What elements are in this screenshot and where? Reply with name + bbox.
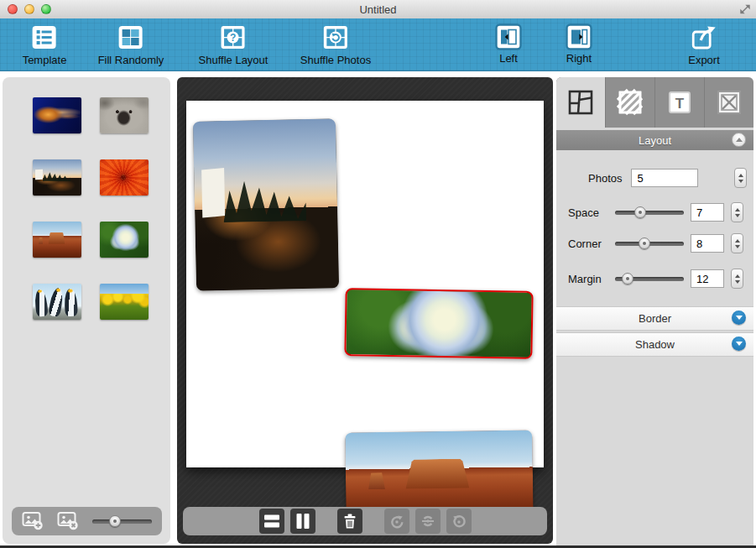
rotate-cw-button[interactable] [446, 509, 472, 534]
flip-icon [418, 511, 438, 531]
corner-stepper[interactable] [731, 233, 743, 253]
library-toolbar [12, 507, 162, 535]
background-tab-icon [616, 88, 644, 117]
trash-icon [341, 512, 359, 530]
split-horizontal-button[interactable] [259, 509, 284, 534]
shuffle-layout-icon: ? [218, 23, 248, 53]
photo-library-panel [3, 77, 170, 544]
rotate-ccw-icon [387, 511, 407, 531]
space-value-field[interactable] [691, 203, 724, 222]
corner-slider-knob[interactable] [639, 237, 650, 249]
template-button[interactable]: Template [23, 23, 67, 66]
clear-tab-icon [715, 88, 743, 117]
space-slider-track[interactable] [615, 211, 684, 215]
shadow-section-header[interactable]: Shadow [556, 332, 753, 357]
photo-library-grid [3, 77, 170, 320]
margin-slider-knob[interactable] [622, 273, 633, 284]
collage-canvas [177, 77, 553, 544]
corner-row: Corner [568, 233, 747, 253]
title-bar[interactable]: Untitled [0, 0, 756, 19]
template-icon [29, 23, 60, 53]
shuffle-photos-button[interactable]: Shuffle Photos [300, 23, 371, 66]
photos-label: Photos [588, 172, 622, 185]
inspector-panel: T Layout Photos [556, 77, 753, 546]
shuffle-layout-button[interactable]: ? Shuffle Layout [199, 23, 269, 66]
fill-randomly-label: Fill Randomly [98, 54, 164, 66]
border-section-header[interactable]: Border [556, 306, 753, 331]
space-label: Space [568, 206, 608, 219]
export-button[interactable]: Export [688, 23, 720, 66]
split-horizontal-icon [263, 512, 281, 530]
delete-photo-button[interactable] [337, 509, 362, 534]
right-panel-icon [565, 23, 593, 51]
shuffle-photos-label: Shuffle Photos [300, 54, 371, 66]
text-tab-icon: T [665, 88, 694, 117]
shadow-section-title: Shadow [635, 338, 675, 351]
remove-photo-icon[interactable] [57, 511, 79, 531]
fill-randomly-button[interactable]: Fill Randomly [98, 23, 164, 66]
expand-icon[interactable] [732, 311, 746, 325]
photos-count-stepper[interactable] [734, 168, 747, 188]
expand-icon[interactable] [732, 337, 746, 351]
export-icon [689, 23, 719, 53]
thumbnail-size-knob[interactable] [109, 515, 121, 527]
corner-label: Corner [568, 237, 608, 250]
thumbnail-size-slider[interactable] [92, 515, 152, 527]
rotate-cw-icon [449, 511, 469, 531]
margin-stepper[interactable] [731, 269, 743, 289]
border-section-title: Border [639, 312, 671, 325]
space-row: Space [568, 202, 747, 222]
thumbnail-size-track[interactable] [92, 519, 152, 524]
canvas-toolbar [183, 507, 547, 535]
corner-slider[interactable] [615, 237, 684, 249]
library-photo-koala[interactable] [100, 97, 149, 133]
shuffle-layout-label: Shuffle Layout [199, 54, 269, 66]
svg-text:T: T [675, 96, 685, 112]
resize-icon[interactable] [739, 3, 751, 15]
library-photo-jellyfish[interactable] [33, 97, 81, 133]
library-photo-red-flower[interactable] [100, 159, 149, 196]
left-panel-icon [494, 23, 523, 51]
canvas-photo-hydrangea-selected[interactable] [344, 288, 533, 359]
library-photo-yellow-tulips[interactable] [100, 284, 149, 320]
svg-text:?: ? [230, 32, 236, 44]
tab-text[interactable]: T [655, 77, 705, 128]
right-panel-label: Right [566, 52, 592, 65]
layout-section-header[interactable]: Layout [556, 130, 753, 150]
app-window: Untitled Template [0, 0, 756, 548]
layout-tab-icon [566, 88, 595, 117]
left-panel-toggle[interactable]: Left [494, 23, 523, 65]
library-photo-hydrangea[interactable] [100, 222, 149, 258]
rotate-ccw-button[interactable] [384, 509, 409, 534]
inspector-tabs: T [556, 77, 753, 128]
library-photo-lighthouse[interactable] [33, 159, 81, 196]
right-panel-toggle[interactable]: Right [565, 23, 593, 65]
add-photo-icon[interactable] [22, 511, 44, 531]
corner-value-field[interactable] [691, 234, 724, 253]
collapse-icon[interactable] [732, 133, 746, 147]
space-slider-knob[interactable] [634, 206, 646, 218]
main-toolbar: Template Fill Randomly ? Shuffl [0, 18, 756, 71]
collage-page[interactable] [186, 101, 544, 467]
split-vertical-icon [294, 512, 312, 530]
left-panel-label: Left [499, 52, 518, 65]
photos-count-field[interactable] [631, 169, 698, 187]
canvas-photo-lighthouse[interactable] [193, 118, 339, 291]
tab-background[interactable] [606, 77, 655, 128]
tab-clear[interactable] [705, 77, 753, 128]
space-slider[interactable] [615, 206, 684, 218]
window-title: Untitled [0, 3, 756, 16]
margin-slider[interactable] [615, 273, 684, 284]
split-vertical-button[interactable] [290, 509, 315, 534]
flip-button[interactable] [415, 509, 441, 534]
shuffle-photos-icon [321, 23, 351, 53]
space-stepper[interactable] [731, 202, 743, 222]
layout-section-title: Layout [639, 134, 671, 147]
library-photo-penguins[interactable] [33, 284, 81, 320]
tab-layout[interactable] [556, 77, 606, 128]
fill-randomly-icon [116, 23, 146, 53]
margin-value-field[interactable] [691, 269, 724, 288]
export-label: Export [688, 54, 720, 66]
photos-count-row: Photos [588, 168, 747, 188]
library-photo-desert-butte[interactable] [33, 222, 81, 258]
